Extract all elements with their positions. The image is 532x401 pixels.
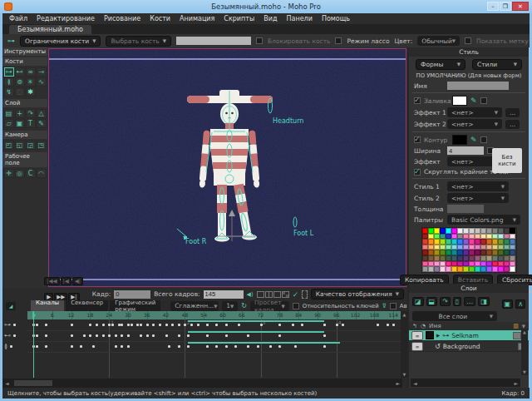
keyframe[interactable] [111, 324, 114, 326]
layer-checkbox[interactable] [426, 331, 434, 339]
palette-swatch[interactable] [440, 234, 446, 240]
palette-swatch[interactable] [422, 245, 428, 250]
palette-swatch[interactable] [451, 234, 457, 240]
keyframe[interactable] [247, 334, 249, 337]
menu-item-4[interactable]: Анимация [180, 15, 214, 22]
keyframe[interactable] [71, 334, 73, 337]
bone-constraints-button[interactable]: Ограничения кости▼ [20, 36, 101, 47]
keyframe[interactable] [278, 334, 281, 337]
channel-row-1[interactable] [27, 330, 402, 342]
palette-swatch[interactable] [498, 266, 504, 272]
palette-swatch[interactable] [480, 255, 486, 261]
palette-swatch[interactable] [446, 266, 451, 272]
keyframe[interactable] [178, 324, 180, 326]
palette-swatch[interactable] [463, 239, 469, 245]
selected-range-bar[interactable] [188, 342, 339, 344]
keyframe[interactable] [115, 334, 117, 337]
palette-swatch[interactable] [428, 261, 434, 267]
view-split-v-button[interactable] [265, 291, 273, 298]
bone-label-foot-r[interactable]: Foot R [185, 238, 206, 245]
delete-layer-button[interactable]: ▯ [453, 297, 461, 306]
palette-swatch[interactable] [440, 239, 446, 245]
reference-layer-button[interactable]: ↷ [440, 297, 451, 306]
keyframe[interactable] [294, 345, 297, 348]
palette-swatch[interactable] [428, 239, 434, 245]
palette-swatch[interactable] [428, 250, 434, 255]
keyframe[interactable] [121, 324, 123, 326]
selected-range-bar[interactable] [188, 331, 323, 333]
keyframe[interactable] [108, 334, 111, 337]
keyframe[interactable] [45, 334, 47, 337]
palette-swatch[interactable] [446, 239, 451, 245]
palette-swatch[interactable] [486, 250, 492, 255]
fill-extra-checkbox[interactable] [480, 97, 487, 104]
palette-swatch[interactable] [463, 228, 469, 234]
palette-swatch[interactable] [446, 250, 451, 255]
palette-swatch[interactable] [469, 261, 475, 267]
palette-swatch[interactable] [475, 261, 480, 267]
palettes-dropdown[interactable]: Basic Colors.png▼ [447, 215, 520, 225]
palette-swatch[interactable] [498, 245, 504, 250]
layer-tool-5[interactable]: ▱ [4, 119, 14, 128]
keyframe[interactable] [36, 334, 38, 337]
outline-eyedropper-icon[interactable]: ✎ [470, 136, 477, 144]
palette-swatch[interactable] [469, 234, 475, 240]
keyframe[interactable] [387, 324, 389, 326]
layer-row-background[interactable]: ∞↺Background [409, 341, 529, 352]
palette-swatch[interactable] [428, 228, 434, 234]
layer-tool-8[interactable]: ✎ [37, 119, 47, 128]
keyframe[interactable] [323, 345, 326, 348]
more-options-button[interactable]: … [464, 297, 475, 306]
palette-swatch[interactable] [434, 239, 440, 245]
palette-swatch[interactable] [428, 255, 434, 261]
keyframe[interactable] [190, 324, 193, 326]
palette-swatch[interactable] [475, 266, 480, 272]
palette-swatch[interactable] [440, 228, 446, 234]
close-button[interactable]: ✕ [512, 2, 529, 11]
mute-icon[interactable]: ◀) [247, 291, 254, 298]
display-quality-dropdown[interactable]: Качество отображения▼ [311, 289, 404, 300]
palette-swatch[interactable] [486, 234, 492, 240]
menu-item-5[interactable]: Скрипты [224, 15, 254, 22]
keyframe[interactable] [108, 324, 111, 326]
keyframe[interactable] [140, 334, 142, 337]
palette-swatch[interactable] [510, 239, 515, 245]
palette-swatch[interactable] [457, 228, 463, 234]
palette-swatch[interactable] [434, 228, 440, 234]
palette-swatch[interactable] [463, 266, 469, 272]
palette-swatch[interactable] [480, 245, 486, 250]
palette-swatch[interactable] [504, 250, 510, 255]
keyframe[interactable] [178, 345, 180, 348]
enable-check-icon[interactable]: ✓ [293, 290, 299, 299]
keyframe[interactable] [89, 324, 91, 326]
maximize-button[interactable]: ❒ [500, 2, 511, 11]
palette-swatch[interactable] [510, 245, 515, 250]
palette-swatch[interactable] [434, 261, 440, 267]
fill-color-swatch[interactable] [452, 96, 467, 106]
layers-vertical-scrollbar[interactable]: ▲▼ [521, 329, 528, 375]
keyframe[interactable] [260, 324, 263, 326]
fill-eyedropper-icon[interactable]: ✎ [470, 97, 477, 105]
keyframe[interactable] [292, 324, 294, 326]
channel-icon-1[interactable]: ⊷ [4, 330, 26, 341]
no-brush-button[interactable]: Без кисти [492, 148, 522, 173]
relative-keys-checkbox[interactable] [293, 303, 299, 309]
outline-extra-checkbox[interactable] [480, 136, 487, 143]
palette-swatch[interactable] [492, 234, 498, 240]
select-layer-button[interactable]: ▣ [502, 300, 514, 309]
palette-swatch[interactable] [434, 255, 440, 261]
layer-tool-7[interactable]: T [26, 119, 36, 128]
visibility-icon[interactable]: ∞ [411, 342, 423, 351]
palette-swatch[interactable] [475, 239, 480, 245]
palette-swatch[interactable] [486, 266, 492, 272]
view-single-button[interactable] [257, 291, 264, 298]
keyframe[interactable] [278, 345, 281, 348]
outline-checkbox[interactable] [414, 136, 421, 143]
channel-icon-2[interactable]: ≬ [4, 341, 26, 352]
keyframe[interactable] [146, 324, 149, 326]
show-label-checkbox[interactable] [465, 37, 471, 44]
transport-button-1[interactable]: |◀ [61, 277, 71, 285]
palette-swatch[interactable] [504, 239, 510, 245]
autofix-checkbox[interactable] [390, 303, 397, 309]
bones-tool-1[interactable]: ⊶ [4, 67, 14, 77]
